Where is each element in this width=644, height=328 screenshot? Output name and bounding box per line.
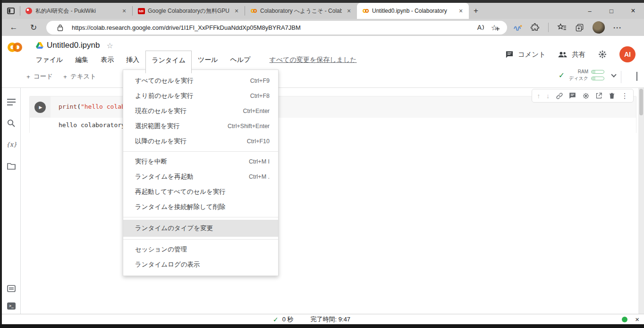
cell-settings-gear-icon[interactable] xyxy=(582,92,590,100)
menu-item-interrupt[interactable]: 実行を中断 Ctrl+M I xyxy=(123,154,278,169)
favorites-bar-icon[interactable] xyxy=(557,23,567,32)
comment-button[interactable]: コメント xyxy=(505,50,546,59)
menu-item-disconnect-delete[interactable]: ランタイムを接続解除して削除 xyxy=(123,199,278,215)
menu-item-restart-run-all[interactable]: 再起動してすべてのセルを実行 xyxy=(123,184,278,199)
left-sidebar: {x} >_ xyxy=(2,88,21,314)
account-avatar[interactable]: AI xyxy=(619,46,636,62)
save-status-text[interactable]: すべての変更を保存しました xyxy=(270,56,357,64)
cell-output: hello colaboratory! xyxy=(30,118,636,133)
tab-close-icon[interactable]: × xyxy=(345,7,353,15)
move-cell-down-icon[interactable]: ↓ xyxy=(546,92,550,100)
menu-tools[interactable]: ツール xyxy=(198,56,218,64)
terminal-icon[interactable]: >_ xyxy=(7,302,16,310)
menu-help[interactable]: ヘルプ xyxy=(230,56,251,64)
google-drive-icon xyxy=(36,42,43,49)
new-tab-button[interactable]: + xyxy=(469,3,483,19)
tab-title: 私的AI研究会 - PukiWiki xyxy=(35,7,117,15)
tab-close-icon[interactable]: × xyxy=(232,7,241,15)
settings-gear-button[interactable] xyxy=(598,50,607,59)
window-maximize-button[interactable]: □ xyxy=(601,3,622,19)
table-of-contents-icon[interactable] xyxy=(7,98,16,106)
window-minimize-button[interactable]: – xyxy=(579,3,601,19)
menu-item-restart-runtime[interactable]: ランタイムを再起動 Ctrl+M . xyxy=(123,169,278,184)
run-cell-button[interactable]: ▶ xyxy=(34,102,46,113)
menu-item-run-before[interactable]: より前のセルを実行 Ctrl+F8 xyxy=(123,88,278,104)
lock-icon[interactable] xyxy=(53,24,67,31)
menu-item-change-runtime-type[interactable]: ランタイムのタイプを変更 xyxy=(123,220,278,237)
menu-item-manage-sessions[interactable]: セッションの管理 xyxy=(123,242,278,257)
tdi-favicon-icon: tdi xyxy=(137,7,145,15)
browser-menu-icon[interactable]: ··· xyxy=(613,24,622,32)
browser-tab-pukiwiki[interactable]: 私的AI研究会 - PukiWiki × xyxy=(20,3,132,19)
files-folder-icon[interactable] xyxy=(7,163,16,170)
window-close-button[interactable]: × xyxy=(622,3,644,19)
extensions-puzzle-icon[interactable] xyxy=(531,23,540,32)
vertical-tabs-button[interactable] xyxy=(2,3,20,19)
add-favorite-icon[interactable]: ☆ xyxy=(488,23,502,32)
menu-item-run-focused[interactable]: 現在のセルを実行 Ctrl+Enter xyxy=(123,104,278,119)
colab-header: Untitled0.ipynb ☆ ファイル 編集 表示 挿入 ランタイム ツー… xyxy=(2,36,644,67)
url-field[interactable]: https://colab.research.google.com/drive/… xyxy=(46,21,507,35)
menu-item-run-after[interactable]: 以降のセルを実行 Ctrl+F10 xyxy=(123,134,278,149)
menu-item-view-runtime-logs[interactable]: ランタイムログの表示 xyxy=(123,257,278,272)
menu-item-run-selection[interactable]: 選択範囲を実行 Ctrl+Shift+Enter xyxy=(123,119,278,134)
delete-cell-icon[interactable] xyxy=(609,92,615,99)
menu-insert[interactable]: 挿入 xyxy=(126,56,139,64)
browser-profile-avatar[interactable] xyxy=(593,21,605,34)
more-cell-actions-icon[interactable]: ⋮ xyxy=(621,92,628,100)
menu-edit[interactable]: 編集 xyxy=(75,56,88,64)
notebook-title[interactable]: Untitled0.ipynb xyxy=(47,41,100,50)
ram-label: RAM xyxy=(578,69,588,74)
tab-title: Untitled0.ipynb - Colaboratory xyxy=(372,8,454,14)
add-text-button[interactable]: + テキスト xyxy=(63,72,96,81)
back-button[interactable]: ← xyxy=(6,20,22,35)
menu-file[interactable]: ファイル xyxy=(36,56,63,64)
scrollbar-thumb[interactable] xyxy=(639,89,643,115)
execution-status-bar: ✓ 0 秒 完了時間: 9:47 × xyxy=(2,314,644,324)
cell-toolbar: ↑ ↓ ⋮ xyxy=(532,89,634,103)
menu-runtime-open[interactable]: ランタイム xyxy=(145,51,192,73)
window-frame-bottom xyxy=(0,324,644,328)
colab-menubar: ファイル 編集 表示 挿入 ランタイム ツール ヘルプ すべての変更を保存しまし… xyxy=(36,53,357,67)
browser-tab-gpu-article[interactable]: tdi Google Colaboratoryの無料GPU環 × xyxy=(133,3,245,19)
toolbar-separator xyxy=(548,23,549,32)
window-controls: – □ × xyxy=(579,3,644,19)
connection-status-dot xyxy=(622,317,627,322)
cell-comment-icon[interactable] xyxy=(569,92,576,99)
add-code-button[interactable]: + コード xyxy=(26,72,53,81)
address-bar-actions: ··· xyxy=(514,21,622,34)
star-notebook-icon[interactable]: ☆ xyxy=(106,41,113,50)
search-icon[interactable] xyxy=(7,119,15,127)
chevron-down-icon[interactable] xyxy=(611,72,616,77)
scrollbar[interactable] xyxy=(638,88,644,314)
share-button[interactable]: 共有 xyxy=(558,50,585,59)
runtime-menu-panel: すべてのセルを実行 Ctrl+F9 より前のセルを実行 Ctrl+F8 現在のセ… xyxy=(123,69,279,276)
disk-usage-bar xyxy=(591,77,604,80)
ram-usage-bar xyxy=(591,70,604,74)
url-text[interactable]: https://colab.research.google.com/drive/… xyxy=(72,24,474,31)
collapse-header-button[interactable] xyxy=(636,73,637,81)
browser-tab-untitled0-active[interactable]: Untitled0.ipynb - Colaboratory × xyxy=(357,3,469,19)
tab-close-icon[interactable]: × xyxy=(120,7,128,15)
extension-logo-icon[interactable] xyxy=(514,24,522,31)
comment-icon xyxy=(505,51,514,59)
browser-tab-colab-welcome[interactable]: Colaboratory へようこそ - Colabora × xyxy=(245,3,357,19)
plus-icon: + xyxy=(63,73,67,80)
variables-icon[interactable]: {x} xyxy=(6,141,17,148)
resource-monitor[interactable]: ✓ RAM ディスク xyxy=(559,69,616,82)
toolbar-separator xyxy=(621,71,621,83)
open-in-tab-icon[interactable] xyxy=(595,92,602,99)
menu-item-run-all[interactable]: すべてのセルを実行 Ctrl+F9 xyxy=(123,73,278,88)
read-aloud-icon[interactable]: A xyxy=(474,24,488,31)
menu-divider xyxy=(123,151,278,152)
collections-icon[interactable] xyxy=(575,23,584,32)
link-to-cell-icon[interactable] xyxy=(556,92,563,100)
menu-view[interactable]: 表示 xyxy=(101,56,114,64)
colab-favicon-icon xyxy=(362,7,369,15)
refresh-button[interactable]: ↻ xyxy=(25,20,42,35)
tab-close-icon[interactable]: × xyxy=(457,7,465,15)
close-statusbar-icon[interactable]: × xyxy=(635,315,639,323)
move-cell-up-icon[interactable]: ↑ xyxy=(537,92,540,100)
code-snippets-icon[interactable] xyxy=(7,285,16,292)
window-frame-top xyxy=(0,0,644,3)
